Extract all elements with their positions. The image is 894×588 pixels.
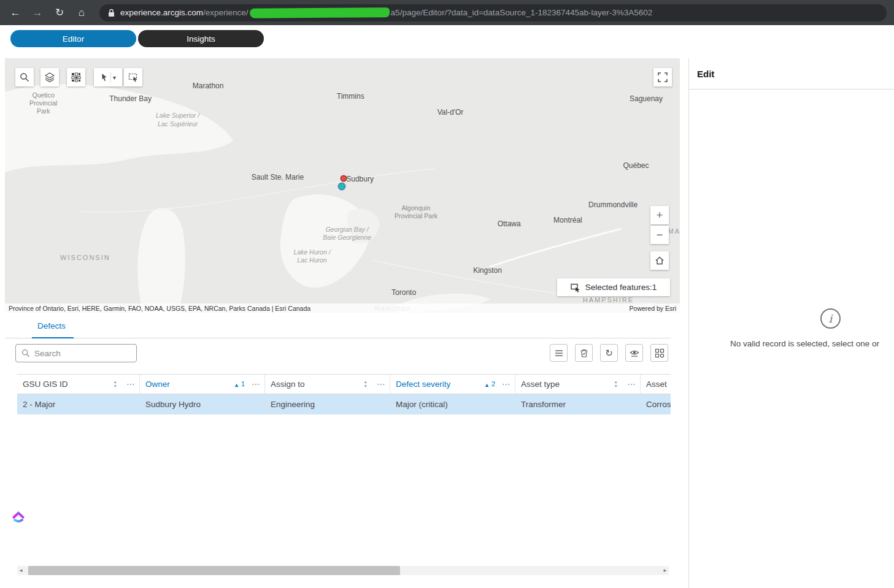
table-row[interactable]: 2 - Major Sudbury Hydro Engineering Majo… [17, 394, 671, 414]
address-bar[interactable]: experience.arcgis.com/experience/a5/page… [99, 4, 887, 21]
cell-asset-type: Transformer [515, 394, 641, 414]
column-header-gsu-gis-id[interactable]: GSU GIS ID ▲▼ ⋯ [17, 375, 140, 394]
map-widget[interactable]: Quetico Provincial ParkThunder BayMarath… [5, 58, 680, 313]
sort-icon[interactable]: ▲▼ [114, 380, 117, 388]
url-redaction [250, 7, 390, 18]
column-menu-icon[interactable]: ⋯ [377, 379, 385, 389]
column-header-asset-type[interactable]: Asset type ▲▼ ⋯ [515, 375, 641, 394]
back-icon[interactable]: ← [7, 7, 23, 19]
map-search-button[interactable] [15, 68, 34, 86]
clickup-logo-icon[interactable] [10, 508, 26, 524]
show-selection-button[interactable] [550, 344, 568, 362]
url-path-after: a5/page/Editor/?data_id=dataSource_1-182… [391, 8, 653, 17]
tab-defects[interactable]: Defects [37, 321, 66, 330]
apps-grid-icon [655, 348, 665, 358]
column-menu-icon[interactable]: ⋯ [627, 379, 636, 389]
table-toolbar: ↻ [5, 338, 671, 374]
empty-state-message: No valid record is selected, select one … [730, 339, 879, 348]
map-marker[interactable] [341, 175, 347, 181]
cell-asset: Corros [641, 394, 671, 414]
table-widget: Defects ↻ [5, 316, 671, 581]
tab-editor[interactable]: Editor [10, 30, 136, 47]
refresh-icon: ↻ [605, 348, 613, 359]
clear-selection-button[interactable] [575, 344, 593, 362]
powered-by-esri: Powered by Esri [630, 305, 676, 312]
column-label: Owner [145, 380, 170, 389]
url-path-before: /experience/ [203, 8, 249, 17]
refresh-icon[interactable]: ↻ [52, 6, 67, 19]
cell-defect-severity: Major (critical) [390, 394, 515, 414]
home-icon[interactable]: ⌂ [74, 7, 90, 19]
edit-panel-title: Edit [689, 58, 894, 90]
scrollbar-track[interactable] [25, 566, 661, 575]
selected-features-button[interactable]: Selected features:1 [557, 278, 670, 296]
column-menu-icon[interactable]: ⋯ [252, 379, 260, 389]
refresh-button[interactable]: ↻ [600, 344, 618, 362]
eye-icon [630, 348, 639, 358]
zoom-in-icon: + [657, 209, 663, 222]
selected-features-icon [571, 283, 581, 292]
column-label: Asset [646, 380, 667, 389]
select-by-rectangle-button[interactable] [124, 68, 142, 86]
column-header-defect-severity[interactable]: Defect severity ▲2 ⋯ [390, 375, 515, 394]
search-icon [21, 349, 30, 357]
scroll-right-icon[interactable]: ► [661, 568, 669, 573]
edit-panel: Edit i No valid record is selected, sele… [688, 58, 894, 588]
layers-button[interactable] [40, 68, 59, 86]
fullscreen-button[interactable] [653, 68, 672, 86]
layers-icon [45, 72, 55, 82]
rectangle-select-icon [128, 72, 138, 82]
basemap-gallery-button[interactable] [67, 68, 85, 86]
zoom-out-button[interactable]: − [650, 226, 669, 244]
table-tab-bar: Defects [5, 316, 671, 338]
cell-assign-to: Engineering [265, 394, 390, 414]
zoom-in-button[interactable]: + [650, 206, 669, 224]
column-menu-icon[interactable]: ⋯ [502, 379, 511, 389]
cell-owner: Sudbury Hydro [140, 394, 265, 414]
map-attribution: Province of Ontario, Esri, HERE, Garmin,… [5, 304, 680, 313]
url-domain: experience.arcgis.com [120, 8, 203, 17]
table-search[interactable] [15, 344, 137, 362]
column-label: Defect severity [396, 380, 450, 389]
column-header-assign-to[interactable]: Assign to ▲▼ ⋯ [265, 375, 390, 394]
table-scroll-area: GSU GIS ID ▲▼ ⋯ Owner ▲1 ⋯ Assign to ▲▼ … [17, 374, 671, 414]
search-icon [20, 72, 29, 82]
attribution-text: Province of Ontario, Esri, HERE, Garmin,… [9, 305, 310, 312]
sort-asc-icon[interactable]: ▲2 [484, 380, 495, 388]
column-label: Assign to [271, 380, 305, 389]
column-menu-icon[interactable]: ⋯ [126, 379, 135, 389]
toggle-columns-button[interactable] [625, 344, 643, 362]
fullscreen-icon [658, 72, 668, 82]
sort-icon[interactable]: ▲▼ [614, 380, 618, 388]
zoom-out-icon: − [657, 229, 663, 242]
app-tab-bar: Editor Insights [0, 25, 894, 58]
column-header-asset[interactable]: Asset ▲▼ [641, 375, 671, 394]
basemap-grid-icon [71, 72, 81, 82]
browser-toolbar: ← → ↻ ⌂ experience.arcgis.com/experience… [0, 0, 894, 25]
table-header-row: GSU GIS ID ▲▼ ⋯ Owner ▲1 ⋯ Assign to ▲▼ … [17, 374, 671, 394]
lock-icon [108, 9, 115, 17]
select-dropdown-caret-icon[interactable]: ▾ [113, 74, 116, 81]
column-header-owner[interactable]: Owner ▲1 ⋯ [140, 375, 265, 394]
scroll-left-icon[interactable]: ◄ [17, 568, 25, 573]
select-tool-button[interactable]: ▾ [94, 68, 122, 86]
actions-button[interactable] [650, 344, 668, 362]
cell-gsu-gis-id: 2 - Major [17, 394, 140, 414]
default-extent-button[interactable] [650, 251, 669, 270]
sort-icon[interactable]: ▲▼ [364, 380, 368, 388]
info-icon: i [820, 308, 841, 329]
search-input[interactable] [34, 349, 143, 358]
list-icon [554, 348, 564, 358]
forward-icon[interactable]: → [29, 7, 45, 19]
map-marker[interactable] [337, 183, 345, 191]
selected-features-label: Selected features:1 [585, 283, 657, 292]
sort-asc-icon[interactable]: ▲1 [234, 380, 245, 388]
select-cursor-icon [100, 73, 109, 82]
home-extent-icon [655, 256, 665, 265]
column-label: GSU GIS ID [23, 380, 68, 389]
tab-insights[interactable]: Insights [138, 30, 264, 47]
trash-check-icon [579, 348, 589, 358]
horizontal-scrollbar[interactable]: ◄ ► [17, 566, 669, 575]
divider [110, 72, 111, 83]
scrollbar-thumb[interactable] [28, 566, 400, 575]
